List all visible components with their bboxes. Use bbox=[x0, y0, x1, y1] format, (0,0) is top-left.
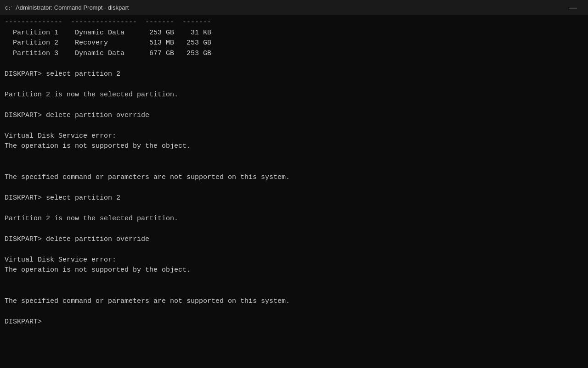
not-supported-error-1: The specified command or parameters are … bbox=[5, 173, 583, 183]
partition-2-line: Partition 2 Recovery 513 MB 253 GB bbox=[5, 38, 583, 49]
not-supported-error-2: The specified command or parameters are … bbox=[5, 296, 583, 307]
title-bar: C:\ Administrator: Command Prompt - disk… bbox=[0, 0, 588, 15]
vds-error-2b: The operation is not supported by the ob… bbox=[5, 265, 583, 276]
svg-text:C:\: C:\ bbox=[5, 6, 12, 11]
empty-line-2 bbox=[5, 79, 583, 90]
empty-line-4 bbox=[5, 121, 583, 131]
select-partition-output-1: Partition 2 is now the selected partitio… bbox=[5, 90, 583, 100]
empty-line-8 bbox=[5, 203, 583, 214]
empty-line-11 bbox=[5, 276, 583, 286]
empty-line-9 bbox=[5, 224, 583, 234]
cmd-icon: C:\ bbox=[5, 4, 12, 11]
separator-line: -------------- ---------------- ------- … bbox=[5, 17, 583, 28]
partition-3-line: Partition 3 Dynamic Data 677 GB 253 GB bbox=[5, 49, 583, 59]
cmd-delete-partition-2: DISKPART> delete partition override bbox=[5, 234, 583, 245]
title-bar-controls: — bbox=[562, 0, 583, 15]
console-output: -------------- ---------------- ------- … bbox=[0, 15, 588, 368]
cmd-window: C:\ Administrator: Command Prompt - disk… bbox=[0, 0, 588, 368]
select-partition-output-2: Partition 2 is now the selected partitio… bbox=[5, 214, 583, 224]
cmd-delete-partition-1: DISKPART> delete partition override bbox=[5, 111, 583, 121]
empty-line-12 bbox=[5, 286, 583, 296]
empty-line-13 bbox=[5, 307, 583, 317]
empty-line-6 bbox=[5, 162, 583, 173]
empty-line-1 bbox=[5, 59, 583, 69]
diskpart-prompt[interactable]: DISKPART> bbox=[5, 317, 583, 328]
empty-line-10 bbox=[5, 245, 583, 255]
cmd-select-partition-2: DISKPART> select partition 2 bbox=[5, 193, 583, 204]
empty-line-7 bbox=[5, 183, 583, 193]
vds-error-1b: The operation is not supported by the ob… bbox=[5, 141, 583, 152]
partition-1-line: Partition 1 Dynamic Data 253 GB 31 KB bbox=[5, 28, 583, 39]
empty-line-5 bbox=[5, 152, 583, 162]
empty-line-3 bbox=[5, 100, 583, 111]
vds-error-1a: Virtual Disk Service error: bbox=[5, 131, 583, 142]
minimize-button[interactable]: — bbox=[562, 0, 583, 15]
cmd-select-partition-1: DISKPART> select partition 2 bbox=[5, 69, 583, 80]
vds-error-2a: Virtual Disk Service error: bbox=[5, 255, 583, 266]
title-bar-text: Administrator: Command Prompt - diskpart bbox=[16, 4, 562, 11]
